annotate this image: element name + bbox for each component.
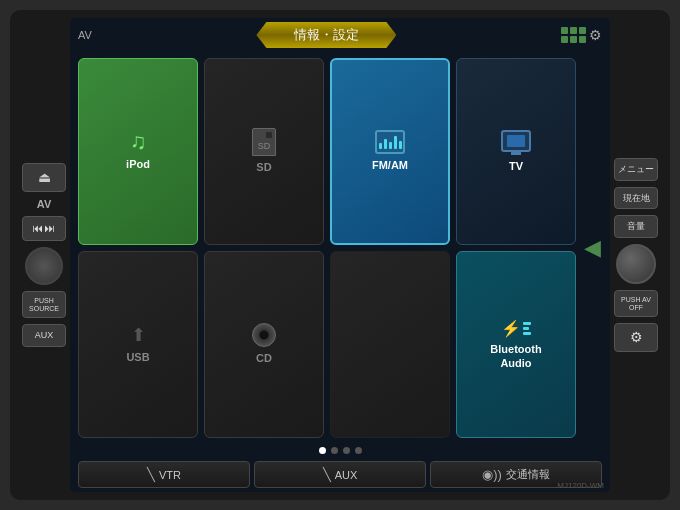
av-screen-label: AV <box>78 29 92 41</box>
cd-button[interactable]: CD <box>204 251 324 438</box>
vtr-label: VTR <box>159 469 181 481</box>
car-unit: ⏏ AV ⏮⏭ PUSH SOURCE AUX AV 情報・設定 ⚙ <box>10 10 670 500</box>
aux-left-button[interactable]: AUX <box>22 324 66 347</box>
menu-grid: ♫ iPod SD SD <box>78 58 576 438</box>
bluetooth-icon: ⚡ <box>501 319 521 338</box>
ipod-button[interactable]: ♫ iPod <box>78 58 198 245</box>
volume-label: 音量 <box>614 215 658 238</box>
vtr-icon: ╲ <box>147 467 155 482</box>
dot-1 <box>319 447 326 454</box>
right-controls: メニュー 現在地 音量 PUSH AV OFF ⚙ <box>610 18 662 492</box>
dot-2 <box>331 447 338 454</box>
dot-4 <box>355 447 362 454</box>
sd-icon: SD <box>252 128 276 156</box>
tv-button[interactable]: TV <box>456 58 576 245</box>
bluetooth-audio-button[interactable]: ⚡ Bluetooth Audio <box>456 251 576 438</box>
title-badge: 情報・設定 <box>256 22 396 48</box>
music-icon: ♫ <box>130 131 147 153</box>
grid-view-icon[interactable] <box>561 27 586 43</box>
vtr-button[interactable]: ╲ VTR <box>78 461 250 488</box>
right-arrow-icon: ◀ <box>584 235 601 261</box>
tv-icon <box>501 130 531 155</box>
push-source-button[interactable]: PUSH SOURCE <box>22 291 66 318</box>
fmam-icon <box>375 130 405 154</box>
aux-label: AUX <box>335 469 358 481</box>
push-av-off-button[interactable]: PUSH AV OFF <box>614 290 658 317</box>
left-knob[interactable] <box>25 247 63 285</box>
model-label: MJ120D-WM <box>557 481 604 490</box>
opt-button[interactable]: ⚙ <box>614 323 658 352</box>
aux-icon: ╲ <box>323 467 331 482</box>
sd-button[interactable]: SD SD <box>204 58 324 245</box>
cd-icon <box>252 323 276 347</box>
page-dots <box>70 444 610 457</box>
top-bar: AV 情報・設定 ⚙ <box>70 18 610 52</box>
dot-3 <box>343 447 350 454</box>
fmam-label: FM/AM <box>372 158 408 172</box>
menu-button[interactable]: メニュー <box>614 158 658 181</box>
empty-slot <box>330 251 450 438</box>
settings-gear-icon[interactable]: ⚙ <box>589 27 602 43</box>
volume-knob[interactable] <box>616 244 656 284</box>
bluetooth-icon-group: ⚡ <box>501 319 531 338</box>
skip-button[interactable]: ⏮⏭ <box>22 216 66 241</box>
traffic-icon: ◉)) <box>482 467 502 482</box>
side-arrow[interactable]: ◀ <box>582 58 602 438</box>
aux-button[interactable]: ╲ AUX <box>254 461 426 488</box>
bluetooth-audio-label: Bluetooth Audio <box>490 342 541 371</box>
sd-label: SD <box>256 160 271 174</box>
fmam-button[interactable]: FM/AM <box>330 58 450 245</box>
top-right-icons: ⚙ <box>561 27 602 43</box>
cd-label: CD <box>256 351 272 365</box>
usb-label: USB <box>126 350 149 364</box>
left-controls: ⏏ AV ⏮⏭ PUSH SOURCE AUX <box>18 18 70 492</box>
av-label-left: AV <box>37 198 51 210</box>
ipod-label: iPod <box>126 157 150 171</box>
main-content: ♫ iPod SD SD <box>70 52 610 444</box>
usb-button[interactable]: ⬆ USB <box>78 251 198 438</box>
usb-icon: ⬆ <box>131 324 146 346</box>
tv-label: TV <box>509 159 523 173</box>
bottom-bar: ╲ VTR ╲ AUX ◉)) 交通情報 <box>70 457 610 492</box>
screen: AV 情報・設定 ⚙ ♫ iPod <box>70 18 610 492</box>
eject-button[interactable]: ⏏ <box>22 163 66 192</box>
current-location-button[interactable]: 現在地 <box>614 187 658 210</box>
traffic-label: 交通情報 <box>506 467 550 482</box>
